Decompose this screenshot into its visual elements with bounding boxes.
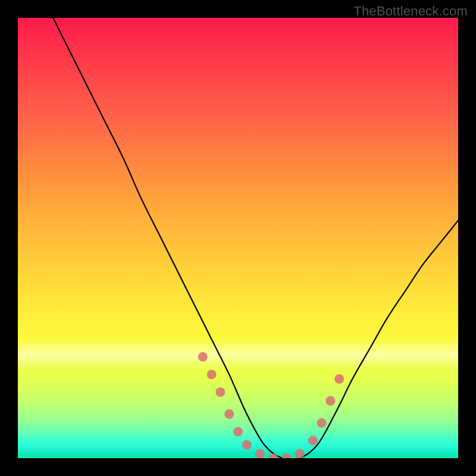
watermark-text: TheBottleneck.com — [353, 4, 468, 19]
highlight-dot — [224, 409, 234, 419]
highlight-dot — [325, 396, 335, 406]
curve-layer — [18, 18, 458, 458]
highlight-dot — [268, 453, 278, 458]
highlight-dots-group — [198, 352, 344, 458]
highlight-dot — [242, 440, 252, 450]
highlight-dot — [334, 374, 344, 384]
highlight-dot — [317, 418, 327, 428]
pale-horizontal-band — [18, 339, 458, 370]
bottleneck-curve-path — [53, 18, 458, 458]
highlight-dot — [198, 352, 208, 362]
highlight-dot — [295, 449, 305, 458]
chart-frame: TheBottleneck.com — [0, 0, 476, 476]
highlight-dot — [255, 449, 265, 458]
highlight-dot — [207, 369, 217, 379]
highlight-dot — [215, 387, 225, 397]
highlight-dot — [233, 427, 243, 437]
highlight-dot — [281, 453, 291, 458]
plot-area — [18, 18, 458, 458]
highlight-dot — [308, 436, 318, 445]
